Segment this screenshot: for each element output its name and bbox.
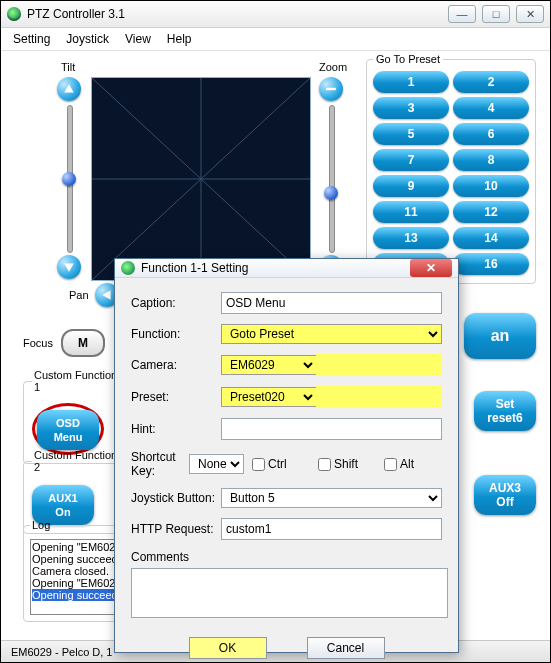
shortcut-select[interactable]: None: [189, 454, 244, 474]
preset-2[interactable]: 2: [453, 71, 529, 93]
preset-6[interactable]: 6: [453, 123, 529, 145]
tilt-slider-knob[interactable]: [62, 172, 76, 186]
pan-label: Pan: [69, 289, 89, 301]
preset-14[interactable]: 14: [453, 227, 529, 249]
zoom-out-button[interactable]: [319, 77, 343, 101]
goto-preset-group: Go To Preset 1 2 3 4 5 6 7 8 9 10 11 12 …: [366, 53, 536, 284]
minimize-button[interactable]: —: [448, 5, 476, 23]
preset-1[interactable]: 1: [373, 71, 449, 93]
ptz-canvas[interactable]: [91, 77, 311, 281]
comments-input[interactable]: [131, 568, 448, 618]
window-buttons: — □ ✕: [448, 5, 544, 23]
caption-label: Caption:: [131, 296, 221, 310]
maximize-button[interactable]: □: [482, 5, 510, 23]
shortcut-label: Shortcut Key:: [131, 450, 189, 478]
zoom-label: Zoom: [319, 61, 347, 73]
title-bar: PTZ Controller 3.1 — □ ✕: [1, 1, 550, 28]
svg-rect-0: [326, 88, 336, 90]
preset-grid: 1 2 3 4 5 6 7 8 9 10 11 12 13 14 15 16: [373, 71, 529, 275]
dialog-buttons: OK Cancel: [115, 631, 458, 663]
ok-button[interactable]: OK: [189, 637, 267, 659]
cancel-button[interactable]: Cancel: [307, 637, 385, 659]
preset-4[interactable]: 4: [453, 97, 529, 119]
aux3-off-button[interactable]: AUX3Off: [474, 475, 536, 515]
alt-checkbox[interactable]: Alt: [384, 457, 442, 471]
window-title: PTZ Controller 3.1: [27, 7, 448, 21]
dialog-title-bar: Function 1-1 Setting ✕: [115, 259, 458, 278]
close-button[interactable]: ✕: [516, 5, 544, 23]
camera-label: Camera:: [131, 358, 221, 372]
preset-select[interactable]: Preset020: [221, 387, 317, 407]
comments-label: Comments: [131, 550, 442, 564]
function-setting-dialog: Function 1-1 Setting ✕ Caption: Function…: [114, 258, 459, 653]
preset-10[interactable]: 10: [453, 175, 529, 197]
osd-menu-button[interactable]: OSDMenu: [37, 410, 99, 450]
caption-input[interactable]: [221, 292, 442, 314]
http-label: HTTP Request:: [131, 522, 221, 536]
preset-13[interactable]: 13: [373, 227, 449, 249]
an-button[interactable]: an: [464, 313, 536, 359]
focus-row: Focus M: [23, 329, 105, 357]
menu-joystick[interactable]: Joystick: [66, 32, 109, 46]
preset-highlight-pad: [316, 386, 442, 408]
status-text: EM6029 - Pelco D, 1: [11, 646, 113, 658]
ctrl-checkbox[interactable]: Ctrl: [252, 457, 310, 471]
focus-mode-button[interactable]: M: [61, 329, 105, 357]
preset-8[interactable]: 8: [453, 149, 529, 171]
shift-checkbox[interactable]: Shift: [318, 457, 376, 471]
joystick-label: Joystick Button:: [131, 491, 221, 505]
tilt-up-button[interactable]: [57, 77, 81, 101]
camera-select[interactable]: EM6029: [221, 355, 317, 375]
http-input[interactable]: [221, 518, 442, 540]
hint-input[interactable]: [221, 418, 442, 440]
preset-5[interactable]: 5: [373, 123, 449, 145]
function-label: Function:: [131, 327, 221, 341]
menu-help[interactable]: Help: [167, 32, 192, 46]
preset-11[interactable]: 11: [373, 201, 449, 223]
preset-9[interactable]: 9: [373, 175, 449, 197]
tilt-slider[interactable]: [67, 105, 73, 253]
goto-preset-title: Go To Preset: [373, 53, 443, 65]
dialog-body: Caption: Function: Goto Preset Camera: E…: [115, 278, 458, 631]
dialog-icon: [121, 261, 135, 275]
osd-menu-highlight: OSDMenu: [32, 403, 104, 455]
function-select[interactable]: Goto Preset: [221, 324, 442, 344]
preset-label: Preset:: [131, 390, 221, 404]
zoom-slider-knob[interactable]: [324, 186, 338, 200]
dialog-title: Function 1-1 Setting: [141, 261, 410, 275]
app-icon: [7, 7, 21, 21]
log-title: Log: [30, 519, 52, 531]
camera-highlight-pad: [316, 354, 442, 376]
preset-7[interactable]: 7: [373, 149, 449, 171]
joystick-select[interactable]: Button 5: [221, 488, 442, 508]
preset-12[interactable]: 12: [453, 201, 529, 223]
menu-setting[interactable]: Setting: [13, 32, 50, 46]
tilt-down-button[interactable]: [57, 255, 81, 279]
hint-label: Hint:: [131, 422, 221, 436]
set-preset6-button[interactable]: Setreset6: [474, 391, 536, 431]
tilt-label: Tilt: [61, 61, 75, 73]
zoom-slider[interactable]: [329, 105, 335, 253]
preset-16[interactable]: 16: [453, 253, 529, 275]
dialog-close-button[interactable]: ✕: [410, 259, 452, 277]
menu-bar: Setting Joystick View Help: [1, 28, 550, 51]
menu-view[interactable]: View: [125, 32, 151, 46]
preset-3[interactable]: 3: [373, 97, 449, 119]
focus-label: Focus: [23, 337, 53, 349]
